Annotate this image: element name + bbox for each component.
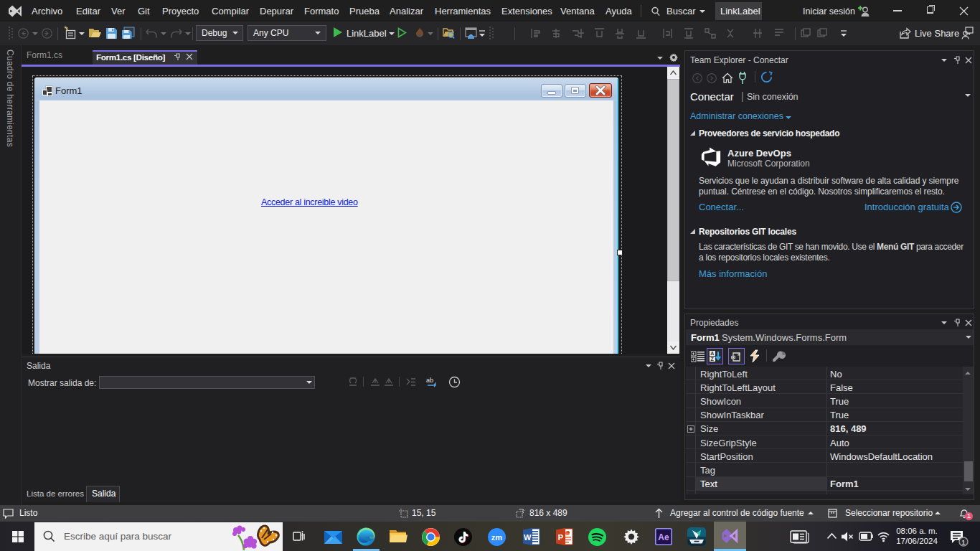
svg-text:zm: zm (491, 533, 503, 542)
svg-text:Ae: Ae (658, 532, 669, 542)
svg-text:ab: ab (426, 377, 433, 384)
svg-text:P: P (558, 533, 563, 542)
svg-text:Z: Z (711, 357, 715, 362)
svg-text:1: 1 (961, 538, 965, 546)
svg-text:A: A (710, 351, 714, 356)
svg-text:W: W (524, 533, 532, 542)
